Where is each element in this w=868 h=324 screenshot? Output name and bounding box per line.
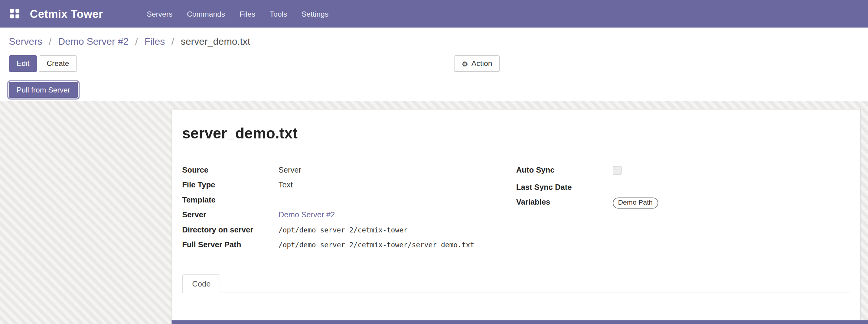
field-row-server: Server Demo Server #2 [182, 207, 516, 222]
field-label-last-sync-date: Last Sync Date [516, 180, 607, 195]
field-row-auto-sync: Auto Sync [516, 163, 850, 180]
pull-from-server-button[interactable]: Pull from Server [9, 82, 78, 98]
main-menu: Servers Commands Files Tools Settings [140, 0, 336, 28]
field-row-last-sync-date: Last Sync Date [516, 180, 850, 195]
breadcrumb-separator: / [49, 36, 52, 47]
form-column-right: Auto Sync Last Sync Date Variables Demo … [516, 163, 850, 252]
field-label-template: Template [182, 193, 278, 207]
variable-tag-demo-path: Demo Path [613, 197, 658, 208]
object-buttons-row: Pull from Server [9, 82, 859, 98]
field-row-variables: Variables Demo Path [516, 195, 850, 211]
control-panel-buttons: Edit Create ⚙ Action [9, 55, 859, 72]
breadcrumb-link-servers[interactable]: Servers [9, 36, 42, 47]
field-value-file-type: Text [279, 178, 516, 193]
code-editor-top-bar [172, 320, 868, 324]
field-value-last-sync-date [607, 180, 850, 195]
field-label-file-type: File Type [182, 178, 278, 193]
server-link[interactable]: Demo Server #2 [279, 210, 335, 219]
field-value-template [279, 193, 516, 198]
nav-item-commands[interactable]: Commands [180, 0, 232, 28]
form-column-left: Source Server File Type Text Template Se… [182, 163, 516, 252]
create-button[interactable]: Create [39, 55, 77, 72]
control-panel: Servers / Demo Server #2 / Files / serve… [0, 28, 868, 101]
field-label-variables: Variables [516, 195, 607, 209]
field-label-source: Source [182, 163, 278, 177]
screen: Cetmix Tower Servers Commands Files Tool… [0, 0, 868, 324]
field-value-variables: Demo Path [607, 195, 850, 211]
page-title: server_demo.txt [182, 124, 850, 143]
tab-code[interactable]: Code [182, 274, 220, 293]
field-value-source: Server [279, 163, 516, 177]
nav-item-files[interactable]: Files [232, 0, 262, 28]
form-fields: Source Server File Type Text Template Se… [182, 163, 850, 252]
field-value-directory: /opt/demo_server_2/cetmix-tower [279, 222, 516, 237]
action-button-label: Action [471, 59, 492, 69]
top-navbar: Cetmix Tower Servers Commands Files Tool… [0, 0, 868, 28]
field-value-auto-sync [607, 163, 850, 180]
action-button[interactable]: ⚙ Action [454, 55, 500, 72]
field-row-source: Source Server [182, 163, 516, 177]
edit-button[interactable]: Edit [9, 55, 37, 72]
field-row-full-path: Full Server Path /opt/demo_server_2/cetm… [182, 237, 516, 252]
apps-grid-icon [10, 9, 14, 13]
nav-item-servers[interactable]: Servers [140, 0, 180, 28]
brand-title[interactable]: Cetmix Tower [30, 7, 103, 20]
field-label-full-path: Full Server Path [182, 237, 278, 252]
auto-sync-checkbox[interactable] [613, 166, 621, 175]
form-sheet: server_demo.txt Source Server File Type … [172, 109, 861, 321]
breadcrumb-current: server_demo.txt [181, 36, 250, 47]
breadcrumb: Servers / Demo Server #2 / Files / serve… [0, 28, 868, 48]
code-tab-content [182, 293, 850, 321]
apps-menu-button[interactable] [9, 8, 21, 20]
field-row-file-type: File Type Text [182, 178, 516, 193]
gear-icon: ⚙ [462, 60, 468, 67]
field-label-server: Server [182, 207, 278, 222]
field-row-template: Template [182, 193, 516, 207]
breadcrumb-separator: / [135, 36, 138, 47]
field-row-directory: Directory on server /opt/demo_server_2/c… [182, 222, 516, 237]
field-label-auto-sync: Auto Sync [516, 163, 607, 177]
breadcrumb-separator: / [172, 36, 174, 47]
notebook: Code [182, 274, 850, 321]
field-value-full-path: /opt/demo_server_2/cetmix-tower/server_d… [279, 237, 516, 252]
breadcrumb-link-files[interactable]: Files [145, 36, 165, 47]
nav-item-tools[interactable]: Tools [262, 0, 294, 28]
field-label-directory: Directory on server [182, 222, 278, 237]
breadcrumb-link-demo-server-2[interactable]: Demo Server #2 [58, 36, 128, 47]
form-view-background: server_demo.txt Source Server File Type … [0, 101, 868, 324]
field-value-server: Demo Server #2 [279, 207, 516, 222]
nav-item-settings[interactable]: Settings [294, 0, 336, 28]
notebook-tabs: Code [182, 274, 850, 293]
